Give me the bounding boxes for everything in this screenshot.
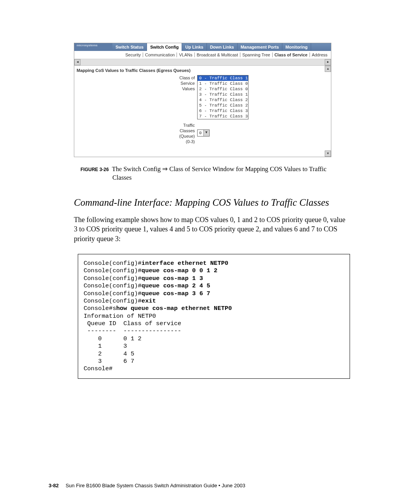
tab-up-links[interactable]: Up Links (182, 43, 206, 51)
page-footer: 3-82 Sun Fire B1600 Blade System Chassis… (49, 483, 368, 488)
logo: microsystems (74, 43, 112, 51)
footer-text: Sun Fire B1600 Blade System Chassis Swit… (66, 483, 245, 488)
tab-monitoring[interactable]: Monitoring (282, 43, 311, 51)
tab-switch-status[interactable]: Switch Status (112, 43, 147, 51)
cli-heading: Command-line Interface: Mapping COS Valu… (74, 197, 397, 208)
tab-switch-config[interactable]: Switch Config (147, 43, 182, 51)
subtab-broadcast[interactable]: Broadcast & Multicast (195, 52, 240, 57)
cos-listbox-label: Class of Service Values (77, 75, 197, 91)
tab-management-ports[interactable]: Management Ports (238, 43, 282, 51)
figure-caption: FIGURE 3-26 The Switch Config ⇒ Class of… (80, 165, 337, 182)
cos-option-3[interactable]: 3 - Traffic Class 1 (198, 92, 248, 97)
subtab-spanning-tree[interactable]: Spanning Tree (240, 52, 273, 57)
cos-values-listbox[interactable]: 0 - Traffic Class 1 1 - Traffic Class 0 … (197, 75, 248, 119)
chevron-down-icon[interactable]: ▼ (203, 130, 209, 136)
subtab-security[interactable]: Security (123, 52, 143, 57)
figure-number: FIGURE 3-26 (80, 167, 109, 172)
cos-option-7[interactable]: 7 - Traffic Class 3 (198, 114, 248, 119)
cos-option-2[interactable]: 2 - Traffic Class 0 (198, 86, 248, 92)
cos-option-6[interactable]: 6 - Traffic Class 3 (198, 108, 248, 114)
cos-option-1[interactable]: 1 - Traffic Class 0 (198, 81, 248, 86)
subtab-communication[interactable]: Communication (143, 52, 177, 57)
horizontal-scrollbar[interactable]: ◂ ▸ (74, 59, 331, 66)
scroll-down-icon[interactable]: ▾ (325, 150, 331, 157)
sub-tab-bar: Security Communication VLANs Broadcast &… (74, 51, 331, 59)
cli-example: Console(config)#interface ethernet NETP0… (78, 254, 350, 379)
subtab-vlans[interactable]: VLANs (177, 52, 194, 57)
tab-down-links[interactable]: Down Links (207, 43, 238, 51)
switch-config-screenshot: microsystems Switch Status Switch Config… (74, 43, 331, 157)
page-number: 3-82 (49, 483, 59, 488)
main-tab-bar: microsystems Switch Status Switch Config… (74, 43, 331, 51)
subtab-cos[interactable]: Class of Service (273, 52, 310, 57)
scroll-left-icon[interactable]: ◂ (74, 59, 80, 65)
dropdown-value: 0 (198, 131, 203, 135)
traffic-class-dropdown[interactable]: 0 ▼ (197, 130, 210, 136)
cos-option-0[interactable]: 0 - Traffic Class 1 (198, 75, 248, 81)
cos-option-5[interactable]: 5 - Traffic Class 2 (198, 103, 248, 108)
scroll-right-icon[interactable]: ▸ (325, 59, 331, 65)
queue-dropdown-label: Traffic Classes (Queue) (0-3) (77, 122, 197, 144)
cos-option-4[interactable]: 4 - Traffic Class 2 (198, 97, 248, 103)
subtab-address[interactable]: Address (310, 52, 329, 57)
cos-mapping-panel: ▴ ▾ Mapping CoS Values to Traffic Classe… (74, 66, 331, 157)
scroll-up-icon[interactable]: ▴ (325, 66, 331, 72)
panel-title: Mapping CoS Values to Traffic Classes (E… (77, 68, 329, 73)
body-paragraph: The following example shows how to map C… (74, 215, 346, 244)
